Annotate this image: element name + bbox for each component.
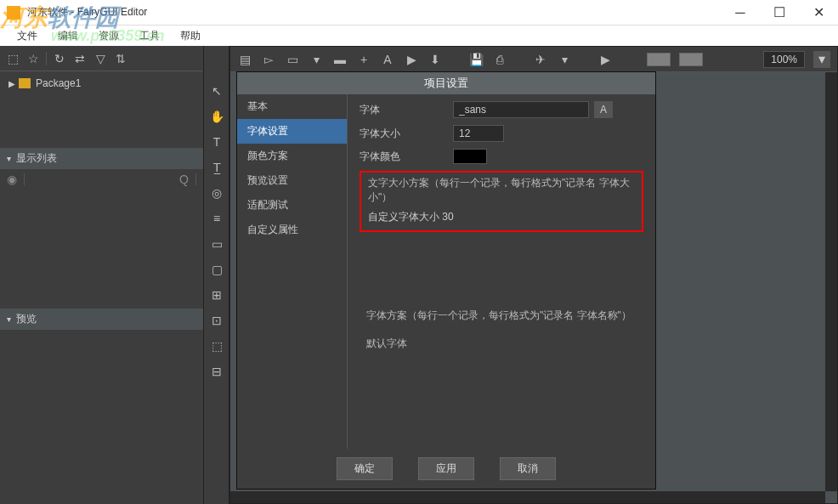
menubar: 文件 编辑 资源 工具 帮助 (0, 25, 838, 46)
menu-help[interactable]: 帮助 (170, 27, 211, 45)
run-icon[interactable]: ▶ (597, 52, 613, 67)
minus-icon[interactable]: ▬ (332, 52, 348, 67)
color-label: 字体颜色 (360, 150, 453, 164)
chevron-down-icon: ▾ (7, 314, 11, 324)
send-icon[interactable]: ✈ (533, 52, 548, 67)
menu-resource[interactable]: 资源 (88, 27, 129, 45)
font-scheme-textarea[interactable]: 默认字体 (366, 333, 637, 384)
canvas-toolbar: ▤ ▻ ▭ ▾ ▬ + A ▶ ⬇ 💾 ⎙ ✈ ▾ ▶ 100% (230, 47, 837, 72)
app-icon (7, 6, 20, 20)
expand-icon: ▶ (8, 79, 15, 88)
fg-color-swatch[interactable] (679, 53, 703, 66)
graph-tool[interactable]: ◎ (204, 180, 229, 206)
apply-button[interactable]: 应用 (418, 457, 474, 480)
display-list-header[interactable]: ▾ 显示列表 (0, 148, 203, 169)
close-button[interactable]: ✕ (799, 0, 838, 25)
sidebar-item-font[interactable]: 字体设置 (237, 119, 347, 144)
project-settings-dialog: 项目设置 基本 字体设置 颜色方案 预览设置 适配测试 自定义属性 字体 A 字… (236, 71, 656, 490)
scrollbar-horizontal[interactable] (230, 491, 825, 503)
folder-icon (19, 78, 31, 88)
display-search-row: ◉ Q (0, 169, 203, 190)
filter-icon[interactable]: ▽ (93, 51, 108, 66)
tool-column: ↖ ✋ T T̲ ◎ ≡ ▭ ▢ ⊞ ⊡ ⬚ ⊟ (204, 46, 229, 504)
scrollbar-vertical[interactable] (825, 72, 837, 491)
saveall-icon[interactable]: ⎙ (492, 52, 507, 67)
dialog-content: 字体 A 字体大小 字体颜色 文字大小方案（每行一个记录，每行格式为"记录名 字… (348, 94, 655, 449)
library-item-label: Package1 (36, 77, 81, 89)
preview-title: 预览 (16, 312, 37, 326)
window-title: 河东软件 - FairyGUI Editor (27, 5, 721, 20)
swap-icon[interactable]: ⇄ (72, 51, 88, 66)
tree-tool[interactable]: ⊟ (204, 359, 229, 384)
text-scheme-label: 文字大小方案（每行一个记录，每行格式为"记录名 字体大小"） (368, 176, 635, 205)
cube-icon[interactable]: ⬚ (5, 51, 20, 66)
sidebar-item-custom[interactable]: 自定义属性 (237, 218, 347, 242)
font-label: 字体 (360, 103, 453, 117)
download-icon[interactable]: ⬇ (427, 52, 443, 67)
sidebar-item-adapt[interactable]: 适配测试 (237, 193, 347, 218)
dialog-footer: 确定 应用 取消 (237, 449, 655, 489)
cancel-button[interactable]: 取消 (500, 457, 556, 480)
save2-icon[interactable]: 💾 (468, 52, 484, 67)
send-dropdown-icon[interactable]: ▾ (557, 52, 572, 67)
component-tool[interactable]: ⊡ (204, 308, 229, 333)
text-tool[interactable]: T (204, 129, 229, 155)
preview-header[interactable]: ▾ 预览 (0, 309, 203, 330)
size-input[interactable] (453, 125, 504, 142)
text-scheme-section: 文字大小方案（每行一个记录，每行格式为"记录名 字体大小"） 自定义字体大小 3… (360, 171, 643, 232)
play-icon[interactable]: ▶ (404, 52, 419, 67)
loader-tool[interactable]: ▭ (204, 231, 229, 257)
maximize-button[interactable]: ☐ (760, 0, 799, 25)
export-icon[interactable]: ▻ (261, 52, 276, 67)
dialog-title: 项目设置 (237, 72, 655, 94)
font-scheme-label: 字体方案（每行一个记录，每行格式为"记录名 字体名称"） (366, 309, 637, 323)
group-tool[interactable]: ⊞ (204, 282, 229, 308)
library-item[interactable]: ▶ Package1 (3, 75, 200, 92)
star-icon[interactable]: ☆ (25, 51, 41, 66)
window-titlebar: 河东软件 - FairyGUI Editor ─ ☐ ✕ (0, 0, 838, 25)
zoom-dropdown[interactable]: ▾ (813, 51, 830, 68)
sidebar-item-preview[interactable]: 预览设置 (237, 168, 347, 193)
dropdown-icon[interactable]: ▾ (309, 52, 324, 67)
minimize-button[interactable]: ─ (721, 0, 760, 25)
sidebar-item-basic[interactable]: 基本 (237, 94, 347, 119)
graph2-tool[interactable]: ⬚ (204, 333, 229, 359)
list-tool[interactable]: ≡ (204, 206, 229, 231)
richtext-tool[interactable]: T̲ (204, 155, 229, 180)
hand-tool[interactable]: ✋ (204, 104, 229, 129)
eye-icon[interactable]: ◉ (7, 173, 17, 186)
menu-edit[interactable]: 编辑 (48, 27, 88, 45)
search-icon[interactable]: Q (179, 173, 189, 186)
size-label: 字体大小 (360, 127, 453, 141)
rect-icon[interactable]: ▭ (285, 52, 300, 67)
save-icon[interactable]: ▤ (237, 52, 252, 67)
plus-icon[interactable]: + (356, 52, 371, 67)
bg-color-swatch[interactable] (647, 53, 671, 66)
zoom-display[interactable]: 100% (763, 51, 805, 68)
font-input[interactable] (453, 101, 589, 118)
library-toolbar: ⬚ ☆ ↻ ⇄ ▽ ⇅ (0, 46, 203, 71)
chevron-down-icon: ▾ (7, 154, 11, 163)
sidebar-item-color[interactable]: 颜色方案 (237, 144, 347, 168)
pointer-tool[interactable]: ↖ (204, 78, 229, 104)
menu-file[interactable]: 文件 (7, 27, 48, 45)
rect-tool[interactable]: ▢ (204, 257, 229, 282)
color-picker[interactable] (453, 149, 487, 164)
text-scheme-textarea[interactable]: 自定义字体大小 30 (368, 210, 635, 227)
ok-button[interactable]: 确定 (337, 457, 393, 480)
menu-tools[interactable]: 工具 (129, 27, 170, 45)
refresh-icon[interactable]: ↻ (52, 51, 67, 66)
dialog-sidebar: 基本 字体设置 颜色方案 预览设置 适配测试 自定义属性 (237, 94, 348, 449)
text-icon[interactable]: A (380, 52, 395, 67)
font-picker-button[interactable]: A (594, 101, 613, 118)
display-list-title: 显示列表 (16, 151, 57, 166)
sort-icon[interactable]: ⇅ (113, 51, 128, 66)
